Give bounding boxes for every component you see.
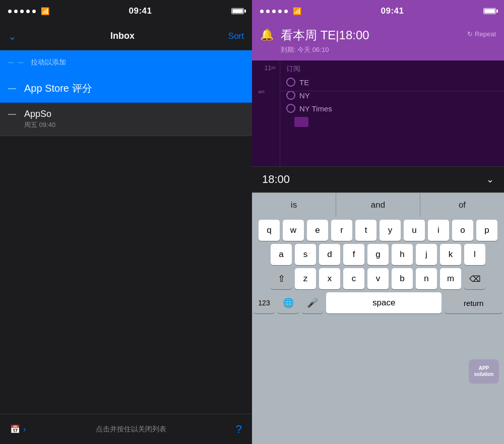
globe-key[interactable]: 🌐 (278, 292, 299, 313)
keyboard-row-1: q w e r t y u i o p (254, 220, 502, 241)
key-w[interactable]: w (283, 220, 304, 241)
key-c[interactable]: c (343, 268, 364, 289)
status-bar-right: 📶 09:41 (252, 0, 504, 22)
header-left: ⌄ Inbox Sort (0, 22, 252, 50)
right-panel: 📶 09:41 🔔 看本周 TE|18:00 到期: 今天 06:10 ↻ Re… (252, 0, 504, 444)
sub-circle-nytimes (286, 104, 295, 113)
time-chevron-icon[interactable]: ⌄ (486, 174, 494, 185)
key-123[interactable]: 123 (254, 292, 275, 313)
watermark: APP solution (469, 359, 499, 384)
signal-dot-r1 (260, 10, 264, 13)
watermark-text-line2: solution (474, 371, 494, 377)
item-indicator-normal (8, 114, 16, 115)
key-u[interactable]: u (404, 220, 425, 241)
subscription-item-te[interactable]: TE (286, 78, 498, 87)
signal-dot-r2 (266, 10, 270, 13)
key-e[interactable]: e (307, 220, 328, 241)
key-k[interactable]: k (440, 244, 461, 265)
calendar-button[interactable]: 📅 › (10, 424, 26, 434)
key-s[interactable]: s (295, 244, 316, 265)
key-n[interactable]: n (416, 268, 437, 289)
item-subtitle-appso: 周五 09:40 (24, 120, 55, 130)
sub-button[interactable] (294, 117, 308, 127)
wifi-icon-right: 📶 (293, 7, 301, 15)
sub-name-ny: NY (299, 91, 310, 100)
signal-dot-r3 (272, 10, 276, 13)
chevron-down-icon[interactable]: ⌄ (8, 30, 17, 42)
time-column: am 11 00 (252, 60, 280, 166)
predictive-is[interactable]: is (252, 193, 336, 217)
watermark-text-line1: APP (479, 365, 489, 371)
inbox-item-appso[interactable]: AppSo 周五 09:40 (0, 103, 252, 136)
key-d[interactable]: d (319, 244, 340, 265)
help-icon[interactable]: ? (236, 423, 242, 436)
key-q[interactable]: q (259, 220, 280, 241)
inbox-title: Inbox (110, 31, 135, 41)
key-f[interactable]: f (343, 244, 364, 265)
status-time-right: 09:41 (381, 6, 404, 16)
repeat-button[interactable]: ↻ Repeat (467, 30, 496, 38)
key-x[interactable]: x (319, 268, 340, 289)
subscription-item-nytimes[interactable]: NY Times (286, 104, 498, 113)
key-t[interactable]: t (355, 220, 376, 241)
battery-left (231, 8, 244, 14)
sub-name-te: TE (299, 78, 309, 87)
item-title-app-store: App Store 评分 (24, 82, 92, 95)
status-time-left: 09:41 (129, 6, 152, 16)
sub-circle-te (286, 78, 295, 87)
key-y[interactable]: y (380, 220, 401, 241)
battery-right (483, 8, 496, 14)
signal-dot-1 (8, 10, 12, 13)
drag-to-add-row[interactable]: — — 拉动以添加 (0, 50, 252, 75)
key-b[interactable]: b (392, 268, 413, 289)
time-dots: 00 (271, 66, 276, 70)
shift-key[interactable]: ⇧ (271, 268, 292, 289)
predictive-and[interactable]: and (336, 193, 420, 217)
sort-button[interactable]: Sort (228, 31, 244, 41)
mic-key[interactable]: 🎤 (302, 292, 323, 313)
battery-fill-right (484, 9, 495, 13)
keyboard-row-3: ⇧ z x c v b n m ⌫ (254, 268, 502, 289)
left-panel: 📶 09:41 ⌄ Inbox Sort — — 拉动以添加 App Store… (0, 0, 252, 444)
signal-dot-2 (14, 10, 18, 13)
key-l[interactable]: l (464, 244, 485, 265)
key-m[interactable]: m (440, 268, 461, 289)
time-ampm: am (258, 89, 265, 94)
close-list-label: 点击并按住以关闭列表 (96, 425, 166, 434)
key-g[interactable]: g (367, 244, 389, 265)
key-i[interactable]: i (428, 220, 449, 241)
key-h[interactable]: h (392, 244, 413, 265)
key-j[interactable]: j (416, 244, 437, 265)
subscriptions-label: 订阅 (286, 65, 498, 74)
repeat-icon: ↻ (467, 30, 473, 38)
key-v[interactable]: v (367, 268, 389, 289)
item-indicator-selected (8, 88, 16, 89)
return-key[interactable]: return (445, 292, 502, 313)
event-header: 🔔 看本周 TE|18:00 到期: 今天 06:10 ↻ Repeat (252, 22, 504, 60)
signal-dot-r5 (284, 10, 288, 13)
key-a[interactable]: a (271, 244, 292, 265)
signal-indicators: 📶 (8, 7, 49, 15)
event-title: 看本周 TE|18:00 (281, 27, 460, 43)
predictive-of[interactable]: of (420, 193, 504, 217)
bell-icon: 🔔 (260, 28, 274, 41)
key-z[interactable]: z (295, 268, 316, 289)
event-title-area: 看本周 TE|18:00 到期: 今天 06:10 (281, 27, 460, 54)
signal-dot-3 (20, 10, 24, 13)
battery-icon-left (231, 8, 244, 14)
sub-name-nytimes: NY Times (299, 104, 332, 113)
key-o[interactable]: o (452, 220, 473, 241)
chevron-right-icon: › (23, 425, 26, 434)
battery-icon-right (483, 8, 496, 14)
calendar-content: 订阅 TE NY NY Times (280, 60, 504, 166)
keyboard-row-4: 123 🌐 🎤 space return (254, 292, 502, 313)
subscription-item-ny[interactable]: NY (286, 91, 498, 100)
inbox-item-app-store[interactable]: App Store 评分 (0, 75, 252, 103)
time-value: 18:00 (262, 173, 290, 186)
time-picker-row[interactable]: 18:00 ⌄ (252, 166, 504, 193)
delete-key[interactable]: ⌫ (464, 268, 485, 289)
key-p[interactable]: p (476, 220, 497, 241)
drag-label: 拉动以添加 (31, 58, 66, 67)
space-key[interactable]: space (326, 292, 442, 313)
key-r[interactable]: r (331, 220, 352, 241)
